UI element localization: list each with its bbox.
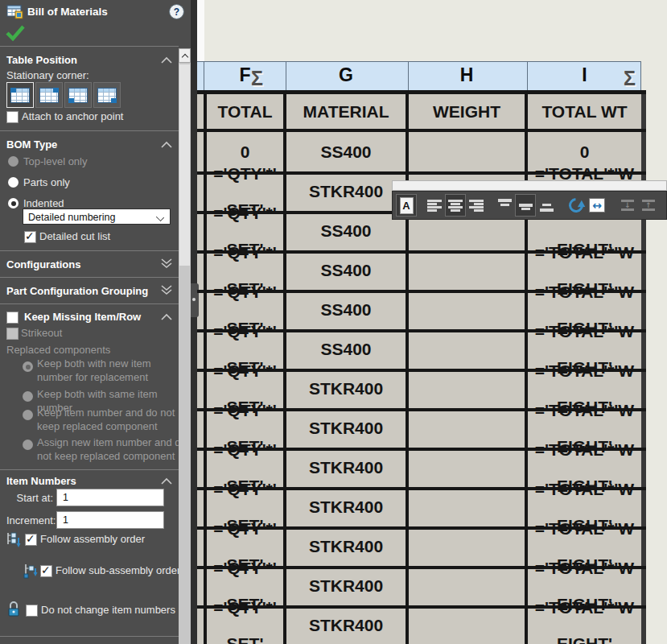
sum-indicator-icon: Σ: [251, 68, 263, 89]
table-header-total[interactable]: TOTAL: [207, 94, 283, 129]
replaced-components-label: Replaced components: [6, 344, 110, 356]
align-right-button[interactable]: [466, 194, 487, 217]
section-configurations[interactable]: Configurations: [6, 258, 80, 270]
column-letter-row: FΣGHIΣ: [197, 61, 641, 92]
cell-material[interactable]: STKR400: [286, 408, 406, 448]
stationary-corner-buttons: [6, 82, 121, 108]
follow-sub-assembly-checkbox[interactable]: [40, 565, 52, 577]
column-width-button[interactable]: [587, 194, 607, 217]
radio-indented[interactable]: [8, 198, 19, 208]
section-part-grouping[interactable]: Part Configuration Grouping: [6, 285, 148, 297]
collapse-chevron-icon[interactable]: [161, 140, 172, 151]
table-corner-icon: [68, 88, 88, 103]
cell-total[interactable]: ='QTY'*'SET': [207, 598, 283, 644]
top-level-only-label: Top-level only: [23, 155, 88, 167]
cell-total_wt[interactable]: ='TOTAL'*'WEIGHT': [528, 598, 641, 644]
table-header-material[interactable]: MATERIAL: [286, 94, 406, 129]
strikeout-checkbox: [6, 328, 19, 340]
corner-button-bottom-right[interactable]: [93, 82, 121, 108]
cell-material[interactable]: STKR400: [286, 171, 406, 211]
section-bom-type[interactable]: BOM Type: [6, 138, 57, 151]
follow-sub-assembly-label: Follow sub-assembly order: [56, 564, 180, 576]
increment-input[interactable]: [56, 511, 164, 529]
align-left-icon: [427, 200, 442, 212]
keep-item-number-label: Keep item number and do not keep replace…: [37, 406, 187, 433]
collapse-chevron-icon[interactable]: [161, 477, 172, 488]
attach-anchor-checkbox[interactable]: [6, 111, 19, 123]
cell-material[interactable]: STKR400: [286, 487, 406, 526]
panel-scrollbar-thumb[interactable]: [179, 64, 190, 266]
align-right-icon: [469, 200, 484, 212]
valign-middle-button[interactable]: [515, 194, 536, 217]
table-corner-icon: [39, 88, 59, 103]
ok-check-icon[interactable]: [6, 23, 25, 44]
sum-button[interactable]: [663, 194, 667, 217]
insert-row-below-icon: [621, 200, 634, 211]
expand-chevron-icon[interactable]: [161, 284, 172, 295]
parts-only-label: Parts only: [23, 176, 70, 188]
section-keep-missing[interactable]: Keep Missing Item/Row: [24, 311, 141, 323]
cell-material[interactable]: STKR400: [286, 605, 406, 644]
table-format-toolbar: [392, 180, 667, 220]
collapse-chevron-icon[interactable]: [161, 56, 172, 67]
follow-assembly-checkbox[interactable]: [25, 534, 37, 546]
corner-button-bottom-left[interactable]: [64, 82, 92, 108]
valign-top-button[interactable]: [494, 194, 515, 217]
collapse-chevron-icon[interactable]: [161, 312, 172, 324]
numbering-dropdown[interactable]: Detailed numbering: [23, 208, 171, 225]
rotate-text-button[interactable]: [566, 194, 587, 217]
cell-material[interactable]: STKR400: [286, 566, 406, 605]
valign-bottom-icon: [540, 199, 554, 212]
cell-material[interactable]: STKR400: [286, 369, 406, 408]
corner-button-top-right[interactable]: [35, 82, 63, 108]
valign-top-icon: [498, 199, 512, 212]
align-center-button[interactable]: [445, 194, 466, 217]
cell-material[interactable]: SS400: [286, 250, 406, 290]
cell-material[interactable]: SS400: [286, 211, 406, 250]
cell-material[interactable]: SS400: [286, 132, 406, 171]
cell-material[interactable]: STKR400: [286, 448, 406, 487]
table-left-border: [191, 0, 197, 644]
insert-row-above-icon: [642, 200, 655, 211]
table-top-strip: [197, 0, 204, 62]
expand-chevron-icon[interactable]: [161, 258, 172, 269]
toolbar-drag-handle[interactable]: [392, 180, 667, 191]
keep-missing-checkbox[interactable]: [6, 312, 19, 324]
property-manager-panel: Bill of Materials ? Table Position Stati…: [0, 0, 191, 644]
insert-row-above-button: [638, 194, 659, 217]
section-item-numbers[interactable]: Item Numbers: [6, 475, 76, 487]
corner-button-top-left[interactable]: [6, 82, 34, 108]
table-corner-icon: [97, 88, 117, 103]
no-change-item-numbers-checkbox[interactable]: [26, 605, 38, 617]
column-letter-H[interactable]: H: [409, 64, 525, 86]
lock-icon: [6, 601, 21, 621]
start-at-label: Start at:: [6, 492, 53, 504]
keep-both-new-number-label: Keep both with new item number for repla…: [37, 357, 187, 384]
cell-material[interactable]: STKR400: [286, 526, 406, 566]
table-header-total-wt[interactable]: TOTAL WT: [528, 94, 641, 129]
solidworks-window: FΣGHIΣ TOTALMATERIALWEIGHTTOTAL WT 0SS40…: [0, 0, 667, 644]
valign-bottom-button[interactable]: [536, 194, 557, 217]
scroll-up-button[interactable]: [179, 48, 191, 63]
column-letter-G[interactable]: G: [286, 64, 406, 86]
assembly-order-icon: [5, 530, 21, 551]
cell-material[interactable]: SS400: [286, 290, 406, 329]
table-corner-icon: [10, 88, 30, 103]
format-text-icon: [400, 197, 414, 214]
rotate-text-icon: [566, 195, 586, 215]
radio-top-level-only: [8, 156, 19, 167]
cell-material[interactable]: SS400: [286, 329, 406, 369]
assign-new-number-label: Assign new item number and do not keep r…: [37, 436, 187, 463]
table-header-weight[interactable]: WEIGHT: [409, 94, 525, 129]
align-left-button[interactable]: [424, 194, 445, 217]
start-at-input[interactable]: [56, 489, 164, 506]
detailed-cut-list-checkbox[interactable]: [24, 231, 36, 243]
format-text-button[interactable]: [396, 194, 417, 217]
help-icon[interactable]: ?: [169, 4, 184, 19]
column-letter-F[interactable]: F: [207, 64, 283, 86]
radio-keep-both-new-number: [23, 361, 33, 372]
radio-parts-only[interactable]: [8, 177, 19, 188]
section-table-position[interactable]: Table Position: [6, 54, 77, 66]
toolbar-buttons: [392, 191, 667, 220]
panel-splitter-grip[interactable]: [191, 283, 199, 317]
